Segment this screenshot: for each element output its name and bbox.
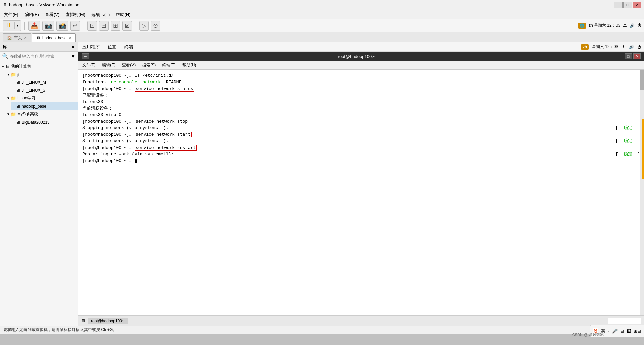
folder-linux-icon: 📁 bbox=[11, 96, 16, 101]
toolbar-btn-8[interactable]: ⊠ bbox=[122, 21, 132, 31]
tree-toggle-mysql[interactable]: ▼ bbox=[7, 112, 11, 116]
tree-item-jt[interactable]: ▼ 📁 jt bbox=[5, 71, 78, 78]
sogou-keyboard-icon[interactable]: ⊞ bbox=[620, 329, 624, 334]
terminal-tab[interactable]: root@hadoop100:~ bbox=[88, 318, 128, 324]
terminal-minimize[interactable]: ─ bbox=[82, 53, 89, 59]
scrollbar-thumb[interactable] bbox=[640, 70, 644, 90]
tray-network-icon: 🖧 bbox=[623, 23, 627, 28]
tree-item-linux[interactable]: ▼ 📁 Linux学习 bbox=[5, 94, 78, 102]
toolbar-btn-1[interactable]: 📤 bbox=[28, 21, 40, 31]
vm-icon-jt-linux-s: 🖥 bbox=[16, 88, 20, 93]
toolbar-btn-10[interactable]: ⊙ bbox=[151, 21, 160, 31]
tab-home-icon: 🏠 bbox=[7, 36, 12, 40]
tree-toggle-mycomputer[interactable]: ▼ bbox=[1, 65, 5, 68]
bracket-close-13: ] bbox=[632, 151, 640, 158]
prompt-14: [root@hadoop100 ~]# bbox=[82, 158, 135, 163]
term-menu-edit[interactable]: 编辑(E) bbox=[101, 62, 117, 69]
sogou-skin-icon[interactable]: 🖼 bbox=[627, 329, 631, 334]
main-content: 库 ✕ 🔍 ▼ ▼ 🖥 我的计算机 bbox=[0, 42, 644, 326]
minimize-button[interactable]: ─ bbox=[614, 2, 623, 8]
output-4: 已配置设备： bbox=[82, 93, 108, 98]
terminal-close[interactable]: ✕ bbox=[633, 53, 641, 59]
pause-button[interactable]: ⏸ ▼ bbox=[3, 20, 21, 31]
toolbar: ⏸ ▼ 📤 📷 📸 ↩ ⊡ ⊟ ⊞ ⊠ ▷ ⊙ 🌐 zh 星期六 12：03 🖧… bbox=[0, 19, 644, 32]
term-menu-view[interactable]: 查看(V) bbox=[121, 62, 137, 69]
term-menu-help[interactable]: 帮助(H) bbox=[181, 62, 198, 69]
tree-root: ▼ 🖥 我的计算机 ▼ 📁 jt bbox=[0, 61, 78, 127]
bracket-open-13: [ bbox=[615, 151, 623, 158]
output-6: 当前活跃设备： bbox=[82, 106, 113, 111]
toolbar-btn-2[interactable]: 📷 bbox=[42, 21, 54, 31]
tree-toggle-jt[interactable]: ▼ bbox=[7, 73, 11, 76]
sogou-mic-icon[interactable]: 🎤 bbox=[612, 329, 618, 334]
toolbar-btn-9[interactable]: ▷ bbox=[139, 21, 149, 31]
tree-label-jt: jt bbox=[17, 72, 19, 77]
tab-hadoop-close[interactable]: ✕ bbox=[69, 36, 71, 40]
window-title: hadoop_base - VMware Workstation bbox=[9, 2, 614, 7]
tree-children-mysql: 🖥 BigData200213 bbox=[5, 118, 78, 126]
terminal-line-7: lo ens33 virbr0 bbox=[82, 112, 640, 118]
submenu-apps[interactable]: 应用程序 bbox=[81, 43, 101, 51]
term-menu-search[interactable]: 搜索(S) bbox=[141, 62, 157, 69]
close-button[interactable]: ✕ bbox=[633, 2, 641, 8]
scrollbar-track[interactable] bbox=[640, 70, 644, 315]
tab-home-close[interactable]: ✕ bbox=[24, 36, 27, 40]
menu-tabs[interactable]: 选项卡(T) bbox=[89, 11, 113, 19]
tree-item-jt-linux-m[interactable]: 🖥 JT_LINUX_M bbox=[11, 78, 78, 86]
toolbar-btn-5[interactable]: ⊡ bbox=[87, 21, 97, 31]
search-input[interactable] bbox=[10, 54, 69, 59]
cmd-10: service network start bbox=[135, 132, 192, 137]
terminal-footer-icon: 🖥 bbox=[81, 318, 85, 323]
tree-item-hadoop-base[interactable]: 🖥 hadoop_base bbox=[11, 102, 78, 110]
bracket-close-9: ] bbox=[632, 125, 640, 131]
submenu-terminal[interactable]: 终端 bbox=[123, 43, 135, 51]
term-menu-terminal[interactable]: 终端(T) bbox=[161, 62, 177, 69]
menu-file[interactable]: 文件(F) bbox=[1, 11, 21, 19]
ok-11: 确定 bbox=[624, 138, 632, 145]
terminal-line-2: functions netconsole network README bbox=[82, 79, 640, 86]
gnome-tray-volume: 🔊 bbox=[629, 45, 634, 49]
toolbar-btn-7[interactable]: ⊞ bbox=[111, 21, 120, 31]
tree-item-jt-linux-s[interactable]: 🖥 JT_LINUX_S bbox=[11, 86, 78, 94]
netconsole-text: netconsole bbox=[111, 80, 137, 85]
author-text: 清风微凉 bbox=[589, 332, 604, 337]
prompt-3: [root@hadoop100 ~]# bbox=[82, 86, 135, 91]
tab-home[interactable]: 🏠 主页 ✕ bbox=[3, 33, 31, 42]
footer-input[interactable] bbox=[608, 318, 641, 324]
folder-jt-icon: 📁 bbox=[11, 72, 16, 77]
sidebar-close-icon[interactable]: ✕ bbox=[71, 44, 75, 50]
menu-edit[interactable]: 编辑(E) bbox=[22, 11, 42, 19]
term-menu-file[interactable]: 文件(F) bbox=[81, 62, 97, 69]
toolbar-btn-4[interactable]: ↩ bbox=[70, 21, 80, 31]
tab-hadoop-label: hadoop_base bbox=[42, 36, 67, 40]
toolbar-sep-1 bbox=[24, 22, 25, 30]
tree-toggle-linux[interactable]: ▼ bbox=[7, 96, 11, 100]
menu-view[interactable]: 查看(V) bbox=[42, 11, 62, 19]
tree-label-jt-linux-m: JT_LINUX_M bbox=[22, 80, 46, 85]
title-bar: 🖥 hadoop_base - VMware Workstation ─ □ ✕ bbox=[0, 0, 644, 10]
tree-item-bigdata[interactable]: 🖥 BigData200213 bbox=[11, 118, 78, 126]
search-dropdown-icon[interactable]: ▼ bbox=[70, 53, 76, 59]
menu-help[interactable]: 帮助(H) bbox=[113, 11, 133, 19]
toolbar-btn-3[interactable]: 📸 bbox=[56, 21, 68, 31]
terminal-maximize[interactable]: □ bbox=[625, 53, 632, 59]
output-13: Restarting network (via systemctl): bbox=[82, 151, 174, 158]
tree-item-mycomputer[interactable]: ▼ 🖥 我的计算机 bbox=[0, 62, 78, 71]
tab-hadoop[interactable]: 🖥 hadoop_base ✕ bbox=[32, 33, 76, 42]
menu-vm[interactable]: 虚拟机(M) bbox=[63, 11, 88, 19]
sogou-tools-icon[interactable]: ⊞⊞ bbox=[634, 329, 641, 334]
terminal-menu-bar: 文件(F) 编辑(E) 查看(V) 搜索(S) 终端(T) 帮助(H) bbox=[78, 61, 644, 70]
maximize-button[interactable]: □ bbox=[623, 2, 632, 8]
terminal-line-5: lo ens33 bbox=[82, 99, 640, 105]
terminal-win-controls-right: □ ✕ bbox=[625, 53, 641, 59]
terminal-line-1: [root@hadoop100 ~]# ls /etc/init.d/ bbox=[82, 72, 640, 79]
gnome-tray-time: 星期六 12：03 bbox=[592, 44, 618, 50]
toolbar-btn-6[interactable]: ⊟ bbox=[99, 21, 109, 31]
terminal-body[interactable]: [root@hadoop100 ~]# ls /etc/init.d/ func… bbox=[78, 70, 644, 315]
cursor bbox=[135, 159, 137, 163]
tree-item-mysql[interactable]: ▼ 📁 MySql-高级 bbox=[5, 110, 78, 118]
submenu-location[interactable]: 位置 bbox=[106, 43, 118, 51]
space-2 bbox=[137, 80, 143, 85]
tree-label-hadoop: hadoop_base bbox=[22, 104, 46, 109]
output-11: Starting network (via systemctl): bbox=[82, 138, 168, 145]
